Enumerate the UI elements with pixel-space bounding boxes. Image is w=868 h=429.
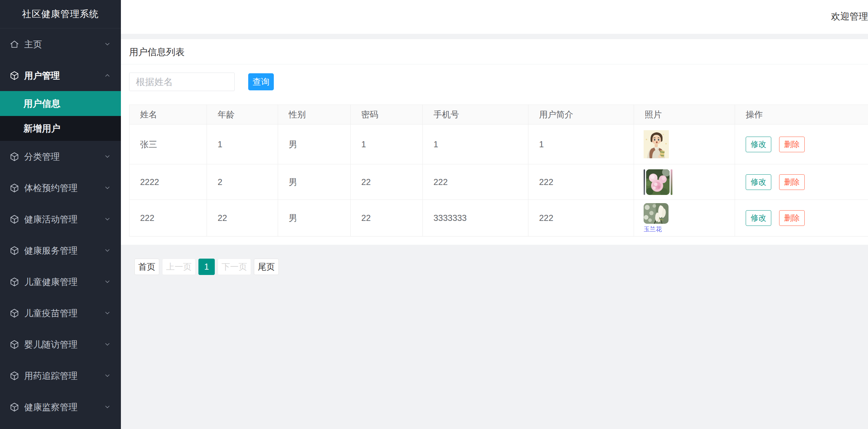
- cell-gender: 男: [278, 125, 351, 164]
- sidebar-item-infant-followup-mgmt[interactable]: 婴儿随访管理: [0, 329, 121, 360]
- edit-button[interactable]: 修改: [746, 174, 771, 190]
- sidebar-item-health-service-mgmt[interactable]: 健康服务管理: [0, 235, 121, 266]
- sidebar-subitem-add-user[interactable]: 新增用户: [0, 116, 121, 141]
- table-row: 张三1男111修改删除: [129, 125, 868, 164]
- column-header-2: 性别: [278, 105, 351, 125]
- sidebar-item-label: 用户管理: [24, 70, 103, 81]
- cell-name: 张三: [129, 125, 207, 164]
- sidebar-submenu: 用户信息新增用户: [0, 91, 121, 141]
- photo-caption-link[interactable]: 玉兰花: [644, 225, 669, 233]
- table-row: 22222男22222222修改删除: [129, 164, 868, 200]
- cell-bio: 222: [528, 164, 634, 200]
- adjacent-photo-edge: [644, 169, 645, 195]
- chevron-down-icon: [103, 277, 112, 286]
- cube-icon: [9, 152, 20, 162]
- cube-icon: [9, 183, 20, 193]
- delete-button[interactable]: 删除: [779, 137, 805, 152]
- sidebar-item-child-health-mgmt[interactable]: 儿童健康管理: [0, 266, 121, 297]
- cell-phone: 3333333: [423, 200, 528, 237]
- column-header-3: 密码: [351, 105, 423, 125]
- edit-button[interactable]: 修改: [746, 210, 771, 226]
- cell-bio: 1: [528, 125, 634, 164]
- delete-button[interactable]: 删除: [779, 210, 805, 226]
- pagination-last[interactable]: 尾页: [254, 259, 279, 275]
- pagination: 首页上一页1下一页尾页: [134, 259, 868, 275]
- column-header-7: 操作: [735, 105, 868, 125]
- page-title: 用户信息列表: [129, 45, 868, 59]
- cell-password: 22: [351, 200, 423, 237]
- cell-password: 1: [351, 125, 423, 164]
- sidebar-item-child-vaccine-mgmt[interactable]: 儿童疫苗管理: [0, 297, 121, 329]
- photo-block: [644, 130, 669, 158]
- app-title: 社区健康管理系统: [0, 0, 121, 28]
- cell-password: 22: [351, 164, 423, 200]
- sidebar-item-label: 儿童疫苗管理: [24, 307, 103, 319]
- sidebar-menu: 主页用户管理用户信息新增用户分类管理体检预约管理健康活动管理健康服务管理儿童健康…: [0, 28, 121, 423]
- cell-age: 1: [207, 125, 278, 164]
- pink-peony-photo[interactable]: [644, 169, 672, 195]
- cell-phone: 1: [423, 125, 528, 164]
- cube-icon: [9, 308, 20, 318]
- sidebar-item-label: 用药追踪管理: [24, 370, 103, 382]
- sidebar-item-category-mgmt[interactable]: 分类管理: [0, 141, 121, 172]
- chevron-down-icon: [103, 246, 112, 255]
- sidebar-item-health-monitor-mgmt[interactable]: 健康监察管理: [0, 391, 121, 423]
- cell-bio: 222: [528, 200, 634, 237]
- column-header-1: 年龄: [207, 105, 278, 125]
- sidebar-item-label: 分类管理: [24, 151, 103, 163]
- title-divider: [121, 64, 868, 64]
- column-header-4: 手机号: [423, 105, 528, 125]
- cell-age: 2: [207, 164, 278, 200]
- table-header-row: 姓名年龄性别密码手机号用户简介照片操作: [129, 105, 868, 125]
- pagination-prev[interactable]: 上一页: [162, 259, 196, 275]
- welcome-text: 欢迎管理员: [831, 10, 868, 23]
- chevron-down-icon: [103, 152, 112, 161]
- sidebar-item-checkup-appointment-mgmt[interactable]: 体检预约管理: [0, 172, 121, 203]
- chevron-down-icon: [103, 340, 112, 349]
- cube-icon: [9, 214, 20, 224]
- portrait-illustration-photo[interactable]: [644, 130, 669, 158]
- cube-icon: [9, 277, 20, 287]
- sidebar-item-label: 主页: [24, 38, 103, 50]
- cube-icon: [9, 245, 20, 256]
- cell-actions: 修改删除: [735, 164, 868, 200]
- cell-name: 222: [129, 200, 207, 237]
- cube-icon: [9, 371, 20, 381]
- pagination-next[interactable]: 下一页: [218, 259, 251, 275]
- chevron-down-icon: [103, 215, 112, 223]
- chevron-down-icon: [103, 403, 112, 411]
- cube-icon: [9, 339, 20, 350]
- cell-gender: 男: [278, 200, 351, 237]
- cell-age: 22: [207, 200, 278, 237]
- sidebar-item-home[interactable]: 主页: [0, 28, 121, 60]
- search-button[interactable]: 查询: [248, 73, 274, 90]
- chevron-down-icon: [103, 371, 112, 380]
- home-icon: [9, 39, 20, 49]
- cell-photo: [634, 164, 735, 200]
- white-magnolia-photo[interactable]: [644, 203, 669, 224]
- sidebar-item-user-mgmt[interactable]: 用户管理: [0, 60, 121, 91]
- sidebar-subitem-user-info[interactable]: 用户信息: [0, 91, 121, 116]
- cube-icon: [9, 70, 20, 81]
- search-input[interactable]: [129, 73, 235, 91]
- column-header-6: 照片: [634, 105, 735, 125]
- cell-photo: 玉兰花: [634, 200, 735, 237]
- edit-button[interactable]: 修改: [746, 137, 771, 152]
- adjacent-photo-edge: [671, 169, 672, 195]
- sidebar-item-medication-tracking-mgmt[interactable]: 用药追踪管理: [0, 360, 121, 391]
- cell-gender: 男: [278, 164, 351, 200]
- chevron-up-icon: [103, 71, 112, 80]
- sidebar: 社区健康管理系统 主页用户管理用户信息新增用户分类管理体检预约管理健康活动管理健…: [0, 0, 121, 429]
- sidebar-item-health-activity-mgmt[interactable]: 健康活动管理: [0, 203, 121, 235]
- cell-phone: 222: [423, 164, 528, 200]
- photo-block: [644, 169, 672, 195]
- cell-photo: [634, 125, 735, 164]
- column-header-0: 姓名: [129, 105, 207, 125]
- sidebar-item-label: 健康活动管理: [24, 213, 103, 225]
- chevron-down-icon: [103, 184, 112, 192]
- pagination-first[interactable]: 首页: [134, 259, 159, 275]
- delete-button[interactable]: 删除: [779, 174, 805, 190]
- chevron-down-icon: [103, 40, 112, 48]
- pagination-page-1[interactable]: 1: [198, 259, 215, 275]
- main-area: 欢迎管理员 用户信息列表 查询 姓名年龄性别密码手机号用户简介照片操作张三1男1…: [121, 0, 868, 429]
